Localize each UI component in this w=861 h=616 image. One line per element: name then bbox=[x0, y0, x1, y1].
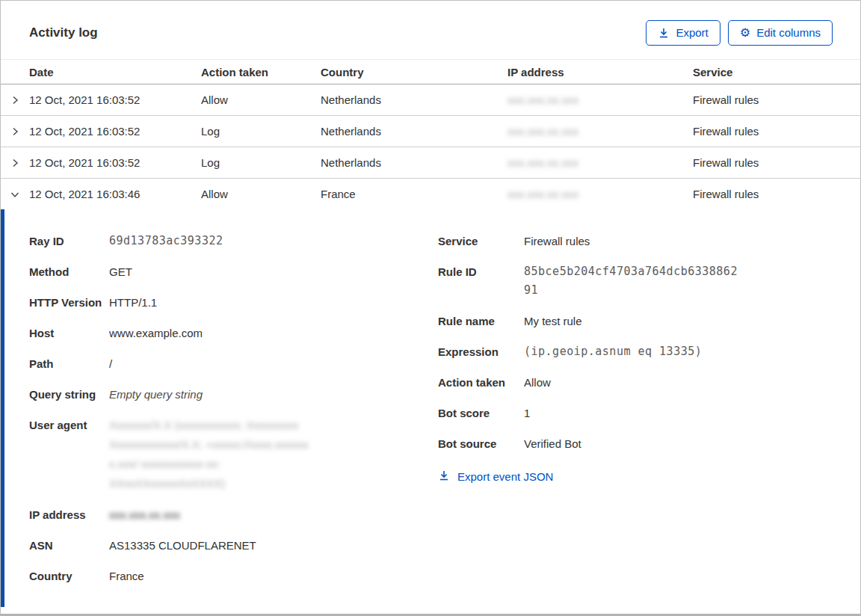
expand-row-button[interactable] bbox=[1, 157, 29, 169]
detail-row-bot-source: Bot source Verified Bot bbox=[438, 434, 860, 453]
detail-label: Rule name bbox=[438, 312, 524, 330]
detail-label: Action taken bbox=[438, 373, 524, 392]
cell-date: 12 Oct, 2021 16:03:52 bbox=[29, 125, 201, 138]
detail-label: Country bbox=[29, 567, 109, 585]
detail-label: Bot score bbox=[438, 404, 524, 422]
detail-value: / bbox=[109, 354, 112, 373]
event-details-right-column: Service Firewall rules Rule ID 85bce5b20… bbox=[438, 232, 860, 607]
detail-value: (ip.geoip.asnum eq 13335) bbox=[524, 342, 702, 361]
chevron-right-icon bbox=[9, 94, 21, 106]
detail-value: HTTP/1.1 bbox=[109, 293, 157, 312]
detail-label: Service bbox=[438, 232, 524, 250]
detail-label: Query string bbox=[29, 385, 109, 404]
column-header-service: Service bbox=[693, 66, 860, 78]
detail-value: 85bce5b204cf4703a764dcb633886291 bbox=[524, 262, 742, 300]
redacted-text-line: Xxxxxxx/X.X (xxxxxxxxxxx; Xxxxxxxxx bbox=[109, 416, 309, 435]
column-header-ip-address: IP address bbox=[507, 66, 693, 78]
gear-icon: ⚙ bbox=[740, 27, 750, 39]
detail-row-ray-id: Ray ID 69d13783ac393322 bbox=[29, 232, 438, 250]
detail-value: 1 bbox=[524, 404, 530, 422]
cell-service: Firewall rules bbox=[693, 93, 860, 106]
detail-row-user-agent: User agent Xxxxxxx/X.X (xxxxxxxxxxx; Xxx… bbox=[29, 416, 438, 493]
cell-date: 12 Oct, 2021 16:03:52 bbox=[29, 93, 201, 106]
download-icon bbox=[658, 27, 670, 39]
detail-value: GET bbox=[109, 262, 132, 281]
detail-value: Empty query string bbox=[109, 385, 203, 404]
detail-row-service: Service Firewall rules bbox=[438, 232, 860, 250]
cell-action-taken: Log bbox=[201, 125, 321, 138]
detail-value: AS13335 CLOUDFLARENET bbox=[109, 536, 256, 555]
detail-value: Verified Bot bbox=[524, 434, 581, 453]
detail-row-bot-score: Bot score 1 bbox=[438, 404, 860, 422]
export-event-json-label: Export event JSON bbox=[457, 470, 553, 483]
cell-service: Firewall rules bbox=[693, 125, 860, 138]
chevron-right-icon bbox=[9, 157, 21, 169]
detail-label: Host bbox=[29, 324, 109, 342]
detail-value: Allow bbox=[524, 373, 551, 392]
collapse-row-button[interactable] bbox=[1, 188, 29, 200]
detail-row-action-taken: Action taken Allow bbox=[438, 373, 860, 392]
expand-row-button[interactable] bbox=[1, 126, 29, 138]
cell-country: Netherlands bbox=[321, 125, 507, 138]
event-details-left-column: Ray ID 69d13783ac393322 Method GET HTTP … bbox=[29, 232, 438, 607]
detail-label: User agent bbox=[29, 416, 109, 493]
table-header: Date Action taken Country IP address Ser… bbox=[1, 59, 860, 84]
detail-label: Bot source bbox=[438, 434, 524, 453]
detail-row-ip-address: IP address xxx.xxx.xx.xxx bbox=[29, 505, 438, 524]
detail-row-asn: ASN AS13335 CLOUDFLARENET bbox=[29, 536, 438, 555]
table-row[interactable]: 12 Oct, 2021 16:03:52 Allow Netherlands … bbox=[1, 84, 860, 115]
redacted-text-line: Xxxxxxxxxxxx/X.X; +xxxxx://xxxx.xxxxxx bbox=[109, 435, 309, 455]
detail-value: My test rule bbox=[524, 312, 582, 330]
detail-value: France bbox=[109, 567, 144, 585]
export-button-label: Export bbox=[676, 26, 708, 40]
detail-label: ASN bbox=[29, 536, 109, 555]
detail-row-host: Host www.example.com bbox=[29, 324, 438, 342]
detail-row-rule-name: Rule name My test rule bbox=[438, 312, 860, 330]
detail-row-rule-id: Rule ID 85bce5b204cf4703a764dcb633886291 bbox=[438, 262, 860, 300]
detail-row-country: Country France bbox=[29, 567, 438, 585]
detail-label: Path bbox=[29, 354, 109, 373]
column-header-date: Date bbox=[29, 66, 201, 78]
detail-value-redacted: xxx.xxx.xx.xxx bbox=[109, 505, 180, 524]
export-button[interactable]: Export bbox=[646, 20, 720, 46]
detail-label: HTTP Version bbox=[29, 293, 109, 312]
column-header-action-taken: Action taken bbox=[201, 66, 321, 78]
cell-date: 12 Oct, 2021 16:03:46 bbox=[29, 188, 201, 200]
table-row[interactable]: 12 Oct, 2021 16:03:52 Log Netherlands xx… bbox=[1, 115, 860, 147]
cell-ip-address-redacted: xxx.xxx.xx.xxx bbox=[507, 93, 578, 106]
topbar-actions: Export ⚙ Edit columns bbox=[646, 20, 833, 46]
event-details-panel: Ray ID 69d13783ac393322 Method GET HTTP … bbox=[1, 209, 860, 607]
detail-label: Rule ID bbox=[438, 262, 524, 300]
detail-row-path: Path / bbox=[29, 354, 438, 373]
redacted-text-line: XXxxXXxxxxxXxXXXX) bbox=[109, 474, 309, 493]
detail-label: IP address bbox=[29, 505, 109, 524]
activity-log-panel: Activity log Export ⚙ Edit columns Date … bbox=[0, 0, 861, 616]
download-icon bbox=[438, 469, 450, 484]
detail-value: Firewall rules bbox=[524, 232, 590, 250]
column-header-country: Country bbox=[321, 66, 507, 78]
cell-ip-address-redacted: xxx.xxx.xx.xxx bbox=[507, 125, 578, 138]
cell-service: Firewall rules bbox=[693, 188, 860, 200]
edit-columns-button[interactable]: ⚙ Edit columns bbox=[728, 20, 833, 46]
cell-ip-address-redacted: xxx.xxx.xx.xxx bbox=[507, 188, 578, 200]
export-event-json-link[interactable]: Export event JSON bbox=[438, 469, 553, 484]
cell-country: France bbox=[321, 188, 507, 200]
page-title: Activity log bbox=[29, 25, 98, 40]
table-row-expanded[interactable]: 12 Oct, 2021 16:03:46 Allow France xxx.x… bbox=[1, 178, 860, 209]
chevron-right-icon bbox=[9, 126, 21, 138]
cell-country: Netherlands bbox=[321, 93, 507, 106]
detail-value: 69d13783ac393322 bbox=[109, 232, 223, 250]
detail-row-http-version: HTTP Version HTTP/1.1 bbox=[29, 293, 438, 312]
detail-label: Method bbox=[29, 262, 109, 281]
cell-action-taken: Allow bbox=[201, 93, 321, 106]
detail-row-query-string: Query string Empty query string bbox=[29, 385, 438, 404]
table-row[interactable]: 12 Oct, 2021 16:03:52 Log Netherlands xx… bbox=[1, 147, 860, 178]
expand-row-button[interactable] bbox=[1, 94, 29, 106]
cell-country: Netherlands bbox=[321, 156, 507, 169]
topbar: Activity log Export ⚙ Edit columns bbox=[1, 1, 860, 59]
detail-label: Ray ID bbox=[29, 232, 109, 250]
detail-row-expression: Expression (ip.geoip.asnum eq 13335) bbox=[438, 342, 860, 361]
chevron-down-icon bbox=[9, 188, 21, 200]
detail-value: www.example.com bbox=[109, 324, 203, 342]
cell-service: Firewall rules bbox=[693, 156, 860, 169]
